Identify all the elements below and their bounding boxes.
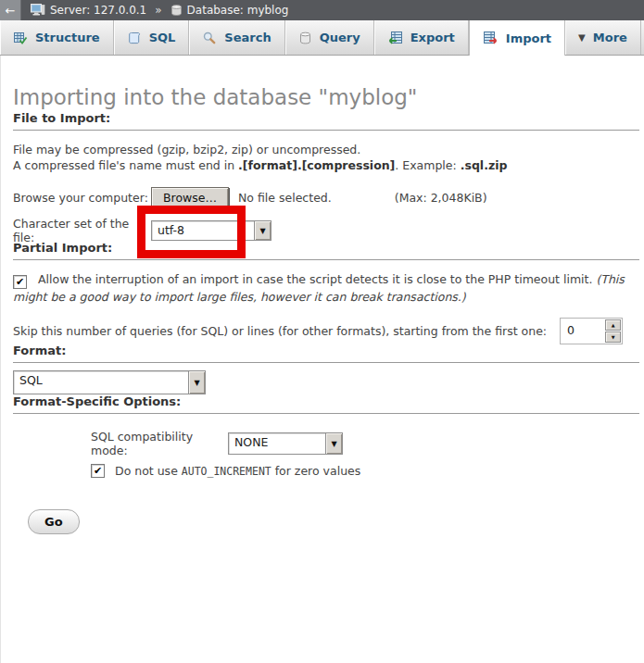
compat-row: SQL compatibility mode: NONE ▼ — [91, 432, 644, 455]
section-heading-file-to-import: File to Import: — [13, 111, 639, 131]
tab-label: Export — [410, 31, 455, 44]
allow-interrupt-option: ✔Allow the interruption of an import in … — [13, 271, 632, 306]
tab-label: Structure — [35, 31, 100, 44]
breadcrumb-separator: » — [155, 4, 161, 17]
compression-note: File may be compressed (gzip, bzip2, zip… — [13, 142, 644, 173]
page-title: Importing into the database "myblog" — [13, 83, 644, 111]
chevron-down-icon: ▼ — [578, 32, 586, 43]
section-heading-format-specific: Format-Specific Options: — [13, 394, 639, 414]
tab-bar: Structure SQL Search Query Export Import… — [0, 20, 644, 56]
spinner-up-button[interactable]: ▲ — [605, 319, 621, 331]
browse-button[interactable]: Browse… — [151, 187, 229, 208]
tab-more[interactable]: ▼ More — [565, 20, 641, 55]
no-file-selected-text: No file selected. — [238, 191, 332, 205]
dropdown-arrow-icon[interactable]: ▼ — [254, 221, 271, 240]
autoinc-suffix: for zero values — [271, 464, 361, 478]
allow-interrupt-text: Allow the interruption of an import in c… — [38, 272, 596, 286]
browse-row: Browse your computer: Browse… No file se… — [13, 185, 644, 209]
import-icon — [483, 31, 499, 45]
format-selected-value: SQL — [14, 371, 188, 394]
autoinc-code: AUTO_INCREMENT — [182, 465, 271, 478]
note-text: A compressed file's name must end in — [13, 158, 238, 172]
back-button[interactable]: ← — [0, 0, 21, 20]
tab-label: Query — [320, 31, 360, 44]
compat-label: SQL compatibility mode: — [91, 430, 228, 457]
database-icon — [170, 4, 183, 17]
skip-queries-row: Skip this number of queries (for SQL) or… — [13, 319, 644, 344]
breadcrumb-server-link[interactable]: Server: 127.0.0.1 — [50, 4, 146, 17]
spinner-down-button[interactable]: ▼ — [605, 332, 621, 343]
compression-note-line1: File may be compressed (gzip, bzip2, zip… — [13, 142, 644, 157]
format-select[interactable]: SQL ▼ — [13, 370, 206, 394]
sql-icon — [127, 31, 142, 45]
tab-search[interactable]: Search — [189, 20, 284, 55]
skip-queries-value: 0 — [562, 319, 605, 343]
skip-queries-input[interactable]: 0 ▲ ▼ — [560, 318, 623, 344]
checkmark-icon: ✔ — [94, 466, 102, 476]
tab-sql[interactable]: SQL — [114, 20, 190, 55]
charset-selected-value: utf-8 — [152, 221, 254, 240]
number-spinner: ▲ ▼ — [605, 319, 621, 343]
tab-label: SQL — [149, 31, 176, 44]
tab-query[interactable]: Query — [285, 20, 374, 55]
tab-structure[interactable]: Structure — [0, 20, 114, 55]
go-button[interactable]: Go — [28, 509, 80, 534]
breadcrumb-bar: ← Server: 127.0.0.1 » Database: myblog — [0, 0, 644, 20]
charset-select[interactable]: utf-8 ▼ — [151, 220, 271, 241]
skip-queries-label: Skip this number of queries (for SQL) or… — [13, 324, 547, 338]
format-pattern: .[format].[compression] — [238, 158, 395, 172]
tab-export[interactable]: Export — [374, 20, 469, 55]
tab-label: Search — [224, 31, 271, 44]
autoinc-option: ✔ Do not use AUTO_INCREMENT for zero val… — [91, 464, 644, 478]
tab-label: Import — [506, 31, 551, 45]
autoinc-checkbox[interactable]: ✔ — [91, 464, 105, 478]
query-icon — [298, 31, 312, 45]
autoinc-prefix: Do not use — [115, 464, 182, 478]
browse-label: Browse your computer: — [13, 191, 151, 205]
section-heading-partial-import: Partial Import: — [13, 241, 639, 260]
format-row: SQL ▼ — [13, 370, 644, 394]
example-extension: .sql.zip — [461, 158, 508, 172]
max-upload-size: (Max: 2,048KiB) — [395, 191, 487, 205]
checkmark-icon: ✔ — [16, 277, 24, 287]
tab-label: More — [593, 31, 627, 44]
dropdown-arrow-icon[interactable]: ▼ — [188, 371, 205, 394]
import-page: Importing into the database "myblog" Fil… — [0, 83, 644, 534]
autoinc-text: Do not use AUTO_INCREMENT for zero value… — [115, 464, 360, 478]
section-heading-format: Format: — [13, 344, 639, 363]
export-icon — [387, 31, 403, 45]
back-arrow-icon: ← — [6, 4, 16, 18]
charset-row: Character set of the file: utf-8 ▼ — [13, 220, 644, 241]
search-icon — [202, 31, 217, 45]
structure-icon — [13, 31, 28, 45]
breadcrumb-database-link[interactable]: Database: myblog — [187, 4, 289, 17]
breadcrumb: Server: 127.0.0.1 » Database: myblog — [31, 4, 288, 17]
note-text: . Example: — [395, 158, 460, 172]
compat-select[interactable]: NONE ▼ — [228, 432, 343, 455]
allow-interrupt-checkbox[interactable]: ✔ — [13, 275, 27, 289]
compat-selected-value: NONE — [229, 433, 325, 454]
dropdown-arrow-icon[interactable]: ▼ — [325, 433, 342, 454]
compression-note-line2: A compressed file's name must end in .[f… — [13, 157, 644, 173]
tab-import[interactable]: Import — [469, 20, 565, 56]
server-icon — [31, 4, 45, 17]
